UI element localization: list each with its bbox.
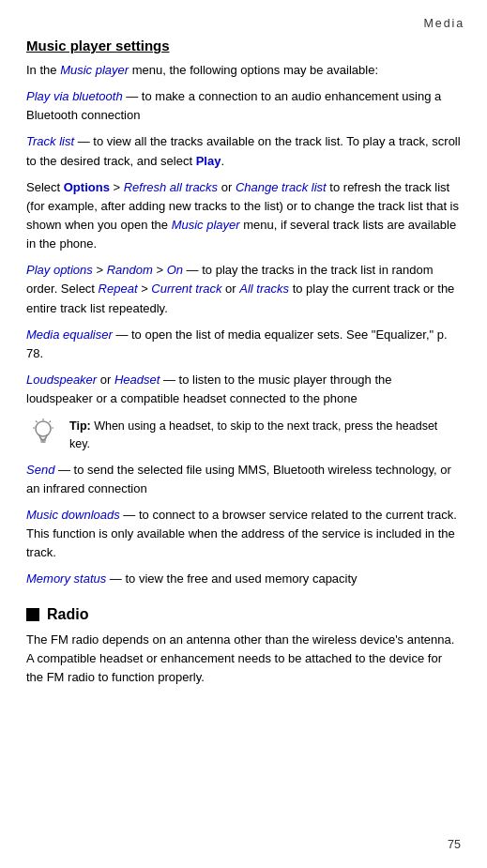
- tip-body: When using a headset, to skip to the nex…: [69, 419, 437, 450]
- repeat-link: Repeat: [99, 282, 138, 296]
- send-paragraph: Send — to send the selected file using M…: [26, 461, 461, 498]
- page-header: Media: [0, 0, 487, 38]
- tip-label: Tip:: [69, 419, 91, 433]
- equaliser-link: Media equaliser: [26, 327, 113, 342]
- tracklist-link: Track list: [26, 134, 74, 148]
- page-title: Music player settings: [26, 38, 461, 53]
- options-refresh-paragraph: Select Options > Refresh all tracks or C…: [26, 178, 461, 254]
- radio-section: Radio The FM radio depends on an antenna…: [26, 606, 461, 687]
- tip-box: Tip: When using a headset, to skip to th…: [26, 416, 461, 453]
- svg-point-0: [36, 421, 51, 436]
- all-tracks-link: All tracks: [239, 282, 289, 296]
- options-link: Options: [64, 180, 110, 194]
- current-track-link: Current track: [151, 282, 221, 296]
- play-link: Play: [196, 154, 221, 168]
- change-track-link: Change track list: [236, 180, 327, 194]
- music-player-link-options: Music player: [172, 218, 240, 232]
- music-player-link-intro: Music player: [60, 63, 129, 77]
- headset-link: Headset: [114, 373, 160, 387]
- radio-title: Radio: [47, 606, 88, 623]
- loudspeaker-link: Loudspeaker: [26, 373, 97, 387]
- radio-square-icon: [26, 608, 39, 621]
- equaliser-paragraph: Media equaliser — to open the list of me…: [26, 326, 461, 363]
- radio-body: The FM radio depends on an antenna other…: [26, 631, 461, 687]
- svg-line-5: [50, 421, 52, 423]
- intro-paragraph: In the Music player menu, the following …: [26, 61, 461, 80]
- tip-icon: [26, 416, 60, 449]
- music-downloads-paragraph: Music downloads — to connect to a browse…: [26, 506, 461, 562]
- send-link: Send: [26, 463, 54, 477]
- memory-status-paragraph: Memory status — to view the free and use…: [26, 570, 461, 588]
- svg-line-4: [36, 421, 38, 423]
- refresh-link: Refresh all tracks: [124, 180, 218, 194]
- random-link: Random: [107, 263, 153, 277]
- on-link: On: [167, 263, 183, 277]
- tracklist-paragraph: Track list — to view all the tracks avai…: [26, 132, 461, 170]
- bluetooth-paragraph: Play via bluetooth — to make a connectio…: [26, 87, 461, 125]
- play-options-paragraph: Play options > Random > On — to play the…: [26, 261, 461, 317]
- memory-status-link: Memory status: [26, 571, 106, 586]
- music-downloads-link: Music downloads: [26, 508, 120, 522]
- loudspeaker-paragraph: Loudspeaker or Headset — to listen to th…: [26, 371, 461, 408]
- play-options-link: Play options: [26, 263, 93, 277]
- tip-text: Tip: When using a headset, to skip to th…: [69, 416, 461, 453]
- radio-heading: Radio: [26, 606, 461, 623]
- bluetooth-link: Play via bluetooth: [26, 89, 123, 103]
- page-number: 75: [448, 838, 461, 851]
